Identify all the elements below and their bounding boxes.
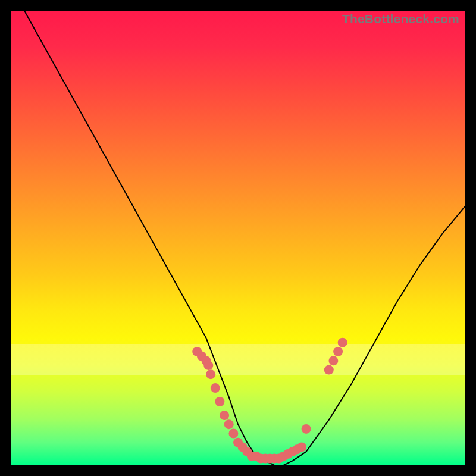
- data-dot: [224, 419, 234, 429]
- data-dots: [192, 338, 347, 464]
- data-dot: [215, 397, 224, 406]
- data-dot: [302, 424, 311, 434]
- bottleneck-curve: [24, 11, 465, 465]
- data-dot: [220, 411, 229, 420]
- data-dot: [324, 365, 334, 375]
- data-dot: [228, 429, 238, 439]
- data-dot: [297, 442, 306, 452]
- plot-area: TheBottleneck.com: [11, 11, 465, 465]
- data-dot: [338, 338, 347, 347]
- watermark-text: TheBottleneck.com: [342, 12, 459, 26]
- data-dot: [211, 383, 220, 393]
- data-dot: [203, 361, 213, 370]
- data-dot: [333, 347, 343, 356]
- data-dot: [328, 356, 338, 365]
- chart-svg: [11, 11, 465, 465]
- data-dot: [206, 369, 215, 379]
- chart-frame: TheBottleneck.com: [0, 0, 476, 476]
